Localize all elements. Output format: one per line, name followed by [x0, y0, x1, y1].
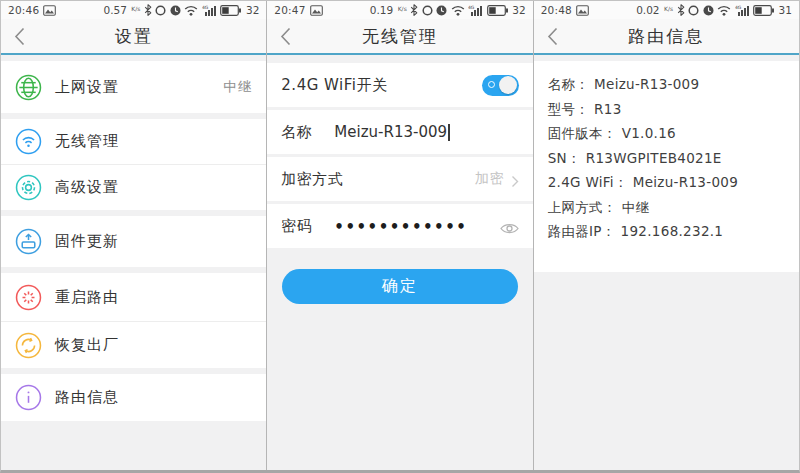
ring-mode-icon: [688, 5, 699, 16]
show-password-eye-icon[interactable]: [500, 220, 519, 233]
menu-value: 中继: [223, 78, 252, 96]
status-bar: 20:48 0.02K/s 4G 31: [534, 1, 799, 19]
svg-text:4G: 4G: [735, 5, 742, 10]
ring-mode-icon: [155, 5, 166, 16]
wireless-management-screen: 20:47 0.19K/s 4G 32 无线管理 2.4G WiFi开关: [266, 1, 532, 470]
menu-label: 重启路由: [55, 288, 119, 307]
bluetooth-icon: [410, 4, 418, 16]
wireless-form: 2.4G WiFi开关 名称 Meizu-R13-009 加密方式 加密 密码 …: [267, 55, 532, 470]
router-info-screen: 20:48 0.02K/s 4G 31 路由信息 名称：Meizu-R13-00…: [533, 1, 799, 470]
info-line-firmware: 固件版本：V1.0.16: [548, 121, 785, 146]
menu-item-factory-reset[interactable]: 恢复出厂: [1, 321, 266, 368]
wifi-status-icon: [451, 5, 465, 16]
page-title: 无线管理: [267, 25, 532, 48]
bluetooth-icon: [677, 4, 685, 16]
menu-label: 恢复出厂: [55, 336, 119, 355]
settings-menu: 上网设置 中继 无线管理 高级设置 固件更新: [1, 55, 266, 470]
chevron-right-icon: [511, 173, 519, 186]
router-info-content: 名称：Meizu-R13-009 型号：R13 固件版本：V1.0.16 SN：…: [534, 55, 799, 470]
menu-label: 上网设置: [55, 78, 119, 97]
battery-icon: [487, 5, 508, 16]
network-speed-unit: K/s: [664, 6, 673, 12]
toggle-knob: [499, 76, 517, 94]
encryption-row[interactable]: 加密方式 加密: [267, 157, 532, 201]
wifi-switch-label: 2.4G WiFi开关: [281, 76, 387, 95]
menu-item-internet-setup[interactable]: 上网设置 中继: [1, 61, 266, 113]
clock-time: 20:48: [541, 4, 572, 16]
app-header: 路由信息: [534, 19, 799, 53]
password-label: 密码: [281, 217, 312, 236]
app-header: 设置: [1, 19, 266, 53]
password-row: 密码 ••••••••••••: [267, 204, 532, 248]
wifi-status-icon: [717, 5, 731, 16]
wifi-icon: [15, 128, 42, 155]
status-bar: 20:47 0.19K/s 4G 32: [267, 1, 532, 19]
app-header: 无线管理: [267, 19, 532, 53]
clock-time: 20:46: [8, 4, 39, 16]
cell-signal-icon: 4G: [735, 4, 750, 16]
screenshot-root: 20:46 0.57K/s 4G 32 设置 上网设置: [0, 0, 800, 473]
text-cursor: [448, 124, 450, 141]
alarm-clock-icon: [170, 5, 181, 16]
network-speed: 0.57: [103, 4, 126, 16]
gallery-icon: [576, 5, 589, 16]
factory-reset-icon: [15, 332, 42, 359]
bluetooth-icon: [144, 4, 152, 16]
wifi-switch-row: 2.4G WiFi开关: [267, 63, 532, 107]
menu-item-router-info[interactable]: 路由信息: [1, 374, 266, 421]
info-line-wifi: 2.4G WiFi：Meizu-R13-009: [548, 170, 785, 195]
menu-item-firmware[interactable]: 固件更新: [1, 216, 266, 267]
menu-item-restart[interactable]: 重启路由: [1, 273, 266, 321]
cell-signal-icon: 4G: [468, 4, 483, 16]
gallery-icon: [43, 5, 56, 16]
battery-percent: 31: [779, 4, 792, 16]
info-line-model: 型号：R13: [548, 97, 785, 122]
menu-item-wireless[interactable]: 无线管理: [1, 119, 266, 164]
alarm-clock-icon: [703, 5, 714, 16]
menu-label: 路由信息: [55, 388, 119, 407]
gear-icon: [15, 174, 42, 201]
password-input[interactable]: ••••••••••••: [334, 218, 467, 236]
network-speed-unit: K/s: [398, 6, 407, 12]
wifi-status-icon: [184, 5, 198, 16]
menu-label: 固件更新: [55, 232, 119, 251]
router-info-card: 名称：Meizu-R13-009 型号：R13 固件版本：V1.0.16 SN：…: [534, 61, 799, 272]
back-button[interactable]: [547, 27, 559, 46]
info-line-sn: SN：R13WGPITEB4021E: [548, 146, 785, 171]
battery-icon: [753, 5, 774, 16]
encryption-value: 加密: [475, 170, 505, 188]
alarm-clock-icon: [436, 5, 447, 16]
confirm-button[interactable]: 确定: [282, 269, 517, 304]
gallery-icon: [310, 5, 323, 16]
clock-time: 20:47: [274, 4, 305, 16]
status-bar: 20:46 0.57K/s 4G 32: [1, 1, 266, 19]
ssid-input[interactable]: Meizu-R13-009: [334, 123, 447, 141]
back-button[interactable]: [280, 27, 292, 46]
svg-text:4G: 4G: [468, 5, 475, 10]
firmware-icon: [15, 228, 42, 255]
menu-label: 无线管理: [55, 132, 119, 151]
menu-item-advanced[interactable]: 高级设置: [1, 164, 266, 210]
info-line-mode: 上网方式：中继: [548, 195, 785, 220]
page-title: 设置: [1, 25, 266, 48]
menu-label: 高级设置: [55, 178, 119, 197]
cell-signal-icon: 4G: [202, 4, 217, 16]
ssid-row: 名称 Meizu-R13-009: [267, 110, 532, 154]
battery-percent: 32: [246, 4, 259, 16]
page-title: 路由信息: [534, 25, 799, 48]
globe-icon: [15, 74, 42, 101]
network-speed-unit: K/s: [131, 6, 140, 12]
info-line-ip: 路由器IP：192.168.232.1: [548, 219, 785, 244]
svg-text:4G: 4G: [202, 5, 209, 10]
network-speed: 0.02: [636, 4, 659, 16]
network-speed: 0.19: [370, 4, 393, 16]
wifi-toggle[interactable]: [482, 75, 519, 96]
ring-mode-icon: [422, 5, 433, 16]
battery-percent: 32: [512, 4, 525, 16]
info-icon: [15, 384, 42, 411]
encryption-label: 加密方式: [281, 170, 343, 189]
battery-icon: [220, 5, 241, 16]
info-line-name: 名称：Meizu-R13-009: [548, 72, 785, 97]
back-button[interactable]: [14, 27, 26, 46]
settings-screen: 20:46 0.57K/s 4G 32 设置 上网设置: [1, 1, 266, 470]
